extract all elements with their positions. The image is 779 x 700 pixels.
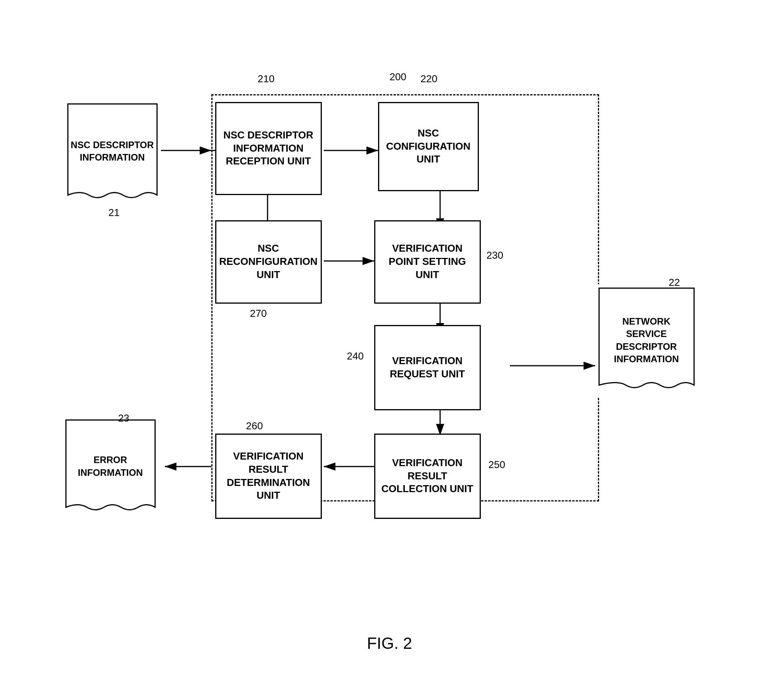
nsc-reconfiguration-box: NSC RECONFIGURATION UNIT — [215, 220, 322, 304]
error-info-doc: ERROR INFORMATION — [62, 416, 159, 517]
verification-result-determination-label: VERIFICATION RESULT DETERMINATION UNIT — [216, 446, 321, 506]
figure-caption: FIG. 2 — [41, 634, 739, 653]
label-23: 23 — [118, 412, 130, 424]
label-210: 210 — [258, 73, 275, 85]
verification-result-collection-box: VERIFICATION RESULT COLLECTION UNIT — [374, 434, 481, 519]
verification-point-setting-label: VERIFICATION POINT SETTING UNIT — [375, 238, 480, 285]
network-service-doc: NETWORK SERVICE DESCRIPTOR INFORMATION — [595, 284, 698, 397]
label-21: 21 — [109, 207, 120, 219]
label-240: 240 — [347, 350, 364, 362]
nsc-descriptor-reception-label: NSC DESCRIPTOR INFORMATION RECEPTION UNI… — [216, 125, 321, 172]
label-200: 200 — [390, 71, 406, 83]
label-260: 260 — [246, 420, 263, 432]
verification-request-label: VERIFICATION REQUEST UNIT — [375, 351, 480, 385]
network-service-label: NETWORK SERVICE DESCRIPTOR INFORMATION — [595, 308, 698, 373]
nsc-descriptor-doc: NSC DESCRIPTOR INFORMATION — [64, 100, 161, 203]
diagram: 200 210 220 NSC DESCRIPTOR INFORMATION 2… — [41, 40, 739, 660]
nsc-reconfiguration-label: NSC RECONFIGURATION UNIT — [215, 238, 321, 285]
verification-request-box: VERIFICATION REQUEST UNIT — [374, 325, 481, 410]
nsc-configuration-label: NSC CONFIGURATION UNIT — [379, 123, 478, 170]
verification-result-collection-label: VERIFICATION RESULT COLLECTION UNIT — [375, 453, 480, 500]
error-info-label: ERROR INFORMATION — [62, 446, 159, 487]
label-230: 230 — [487, 249, 503, 261]
label-220: 220 — [421, 73, 437, 85]
label-250: 250 — [489, 459, 505, 471]
nsc-configuration-box: NSC CONFIGURATION UNIT — [378, 102, 479, 191]
label-270: 270 — [250, 308, 267, 320]
verification-result-determination-box: VERIFICATION RESULT DETERMINATION UNIT — [215, 434, 322, 519]
verification-point-setting-box: VERIFICATION POINT SETTING UNIT — [374, 220, 481, 304]
nsc-descriptor-reception-box: NSC DESCRIPTOR INFORMATION RECEPTION UNI… — [215, 102, 322, 195]
nsc-descriptor-label: NSC DESCRIPTOR INFORMATION — [64, 131, 161, 172]
label-22: 22 — [669, 277, 680, 289]
